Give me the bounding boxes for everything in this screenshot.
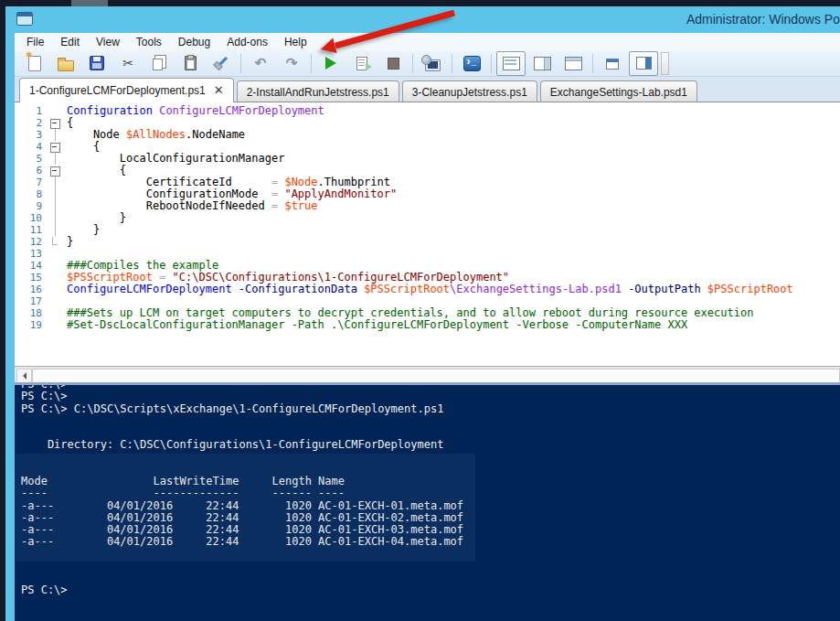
line-number: 13 — [15, 248, 42, 260]
start-powershell-exe-button[interactable] — [457, 51, 486, 76]
line-number: 17 — [15, 295, 42, 307]
editor-horizontal-scrollbar[interactable] — [15, 366, 840, 382]
background-strip-top — [0, 0, 840, 6]
powershell-icon — [463, 56, 481, 71]
left-arrow-icon — [23, 372, 27, 380]
undo-button[interactable] — [246, 51, 275, 76]
script-editor-pane[interactable]: 1Configuration ConfigureLCMForDeployment… — [15, 102, 840, 366]
editor-line: 11 } — [15, 224, 840, 236]
powershell-ise-icon — [16, 12, 33, 26]
editor-line: 16ConfigureLCMForDeployment -Configurati… — [15, 284, 840, 295]
toolbar-overflow-button[interactable] — [661, 52, 669, 75]
fold-collapse-icon[interactable] — [50, 166, 60, 177]
clear-console-pane-button[interactable] — [207, 51, 236, 76]
tab-1-configurelcmfordeployment-ps1[interactable]: 1-ConfigureLCMForDeployment.ps1✕ — [19, 78, 234, 102]
new-file-icon — [28, 56, 41, 71]
editor-line: 12} — [15, 236, 840, 248]
fold-collapse-icon[interactable] — [50, 119, 60, 129]
line-number: 6 — [15, 165, 42, 177]
line-number: 5 — [15, 153, 42, 165]
tab-3-cleanupjetstress-ps1[interactable]: 3-CleanupJetstress.ps1 — [402, 80, 537, 102]
menu-bar: FileEditViewToolsDebugAdd-onsHelp — [15, 33, 840, 50]
console-selection-highlight — [15, 454, 475, 562]
show-command-window-button[interactable] — [598, 51, 627, 76]
toolbar — [15, 50, 840, 77]
tab-exchangesettings-lab-psd1[interactable]: ExchangeSettings-Lab.psd1 — [540, 80, 697, 102]
fold-guide-line — [55, 188, 56, 200]
open-folder-icon — [58, 60, 74, 71]
toolbar-separator — [311, 54, 312, 73]
undo-arrow-icon — [252, 55, 269, 71]
copy-button[interactable] — [144, 51, 174, 76]
line-number: 11 — [15, 224, 42, 236]
window-title: Administrator: Windows Po — [686, 12, 840, 27]
remote-computer-icon — [425, 59, 441, 71]
editor-line: 5 LocalConfigurationManager — [15, 153, 840, 165]
clear-pane-squeegee-icon — [214, 56, 229, 70]
editor-line: 10 } — [15, 212, 840, 224]
line-number: 3 — [15, 129, 42, 141]
cut-button[interactable] — [113, 51, 143, 76]
paste-button[interactable] — [175, 51, 205, 76]
tab-2-installandrunjetstress-ps1[interactable]: 2-InstallAndRunJetstress.ps1 — [237, 80, 399, 102]
menu-view[interactable]: View — [88, 34, 128, 50]
run-script-button[interactable] — [316, 51, 346, 76]
fold-margin — [46, 236, 64, 248]
show-script-pane-top-button[interactable] — [496, 51, 526, 76]
tab-label: 2-InstallAndRunJetstress.ps1 — [247, 86, 389, 99]
menu-debug[interactable]: Debug — [170, 34, 218, 50]
save-script-button[interactable] — [82, 51, 112, 76]
code-text: Configuration ConfigureLCMForDeployment — [67, 105, 324, 117]
line-number: 1 — [15, 105, 42, 117]
editor-line: 1Configuration ConfigureLCMForDeployment — [15, 105, 840, 117]
toolbar-separator — [412, 54, 413, 73]
line-number: 12 — [15, 236, 42, 248]
editor-line: 19#Set-DscLocalConfigurationManager -Pat… — [15, 319, 840, 331]
fold-guide-line — [55, 153, 56, 165]
fold-collapse-icon[interactable] — [50, 143, 60, 153]
toolbar-separator — [592, 54, 593, 73]
line-number: 16 — [15, 284, 42, 295]
editor-line: 3 Node $AllNodes.NodeName — [15, 129, 840, 141]
line-number: 10 — [15, 212, 42, 224]
menu-help[interactable]: Help — [276, 34, 315, 50]
new-script-button[interactable] — [20, 51, 49, 76]
script-pane-maximized-icon — [565, 57, 582, 70]
scroll-left-button[interactable] — [16, 369, 32, 383]
toolbar-separator — [491, 54, 492, 73]
new-remote-powershell-tab-button[interactable] — [418, 51, 447, 76]
fold-guide-line — [55, 200, 56, 212]
command-window-icon — [606, 59, 619, 70]
line-number: 2 — [15, 117, 42, 129]
title-bar[interactable]: Administrator: Windows Po — [5, 6, 840, 33]
paste-clipboard-icon — [185, 56, 197, 70]
menu-edit[interactable]: Edit — [52, 34, 88, 50]
menu-tools[interactable]: Tools — [128, 34, 170, 50]
close-tab-icon[interactable]: ✕ — [214, 86, 224, 95]
background-fragment — [71, 0, 108, 6]
line-number: 8 — [15, 188, 42, 200]
open-script-button[interactable] — [51, 51, 80, 76]
line-number: 7 — [15, 177, 42, 188]
show-script-pane-maximized-button[interactable] — [558, 51, 588, 76]
console-pane[interactable]: PS C:\> PS C:\> PS C:\> C:\DSC\Scripts\x… — [15, 382, 840, 621]
scrollbar-thumb[interactable] — [32, 369, 840, 383]
code-text: } — [67, 236, 73, 248]
show-script-pane-right-button[interactable] — [527, 51, 557, 76]
run-selection-button[interactable] — [347, 51, 377, 76]
editor-lines: 1Configuration ConfigureLCMForDeployment… — [15, 105, 840, 331]
powershell-ise-window: Administrator: Windows Po FileEditViewTo… — [0, 0, 840, 621]
stop-operation-button[interactable] — [378, 51, 408, 76]
menu-file[interactable]: File — [18, 34, 52, 50]
fold-guide-line — [55, 129, 56, 141]
tab-label: 1-ConfigureLCMForDeployment.ps1 — [29, 84, 206, 97]
save-floppy-icon — [90, 56, 104, 70]
redo-button[interactable] — [277, 51, 306, 76]
script-pane-right-icon — [534, 57, 551, 70]
run-play-icon — [325, 57, 336, 70]
code-text: #Set-DscLocalConfigurationManager -Path … — [67, 319, 687, 331]
menu-addons[interactable]: Add-ons — [218, 34, 276, 50]
redo-arrow-icon — [283, 55, 300, 71]
show-command-addon-button[interactable] — [629, 51, 658, 76]
fold-guide-end — [52, 237, 58, 245]
